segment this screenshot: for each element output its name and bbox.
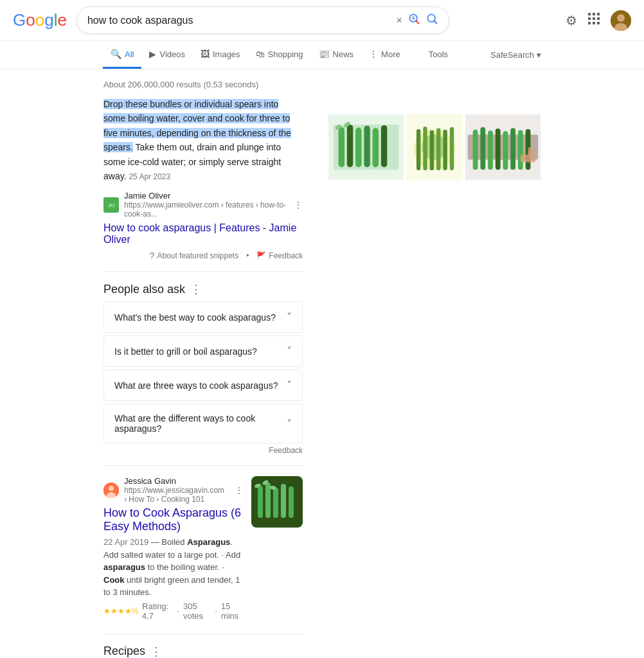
result-thumbnail — [251, 476, 303, 528]
paa-header: People also ask ⋮ — [103, 282, 303, 296]
lens-icon — [407, 12, 420, 25]
tab-shopping[interactable]: 🛍 Shopping — [248, 41, 311, 69]
result-desc-end: until bright green and tender, 1 to 3 mi… — [103, 575, 240, 598]
settings-button[interactable]: ⚙ — [566, 13, 577, 28]
featured-snippet: Drop these bundles or individual spears … — [103, 97, 303, 261]
source-more-button[interactable]: ⋮ — [294, 200, 303, 210]
svg-rect-76 — [436, 128, 440, 170]
paa-item-2[interactable]: Is it better to grill or boil asparagus?… — [103, 335, 303, 367]
about-snippets-label: About featured snippets — [157, 251, 238, 260]
featured-image-3[interactable] — [465, 105, 541, 189]
safe-search-label: SafeSearch — [490, 50, 534, 60]
paa-feedback[interactable]: Feedback — [103, 446, 303, 455]
avatar[interactable] — [611, 10, 631, 31]
svg-rect-12 — [588, 22, 591, 24]
paa-title: People also ask — [103, 283, 185, 296]
feedback-label: Feedback — [269, 251, 303, 260]
result-bold-3: Cook — [103, 575, 125, 585]
featured-image-2[interactable] — [406, 105, 463, 189]
svg-rect-77 — [443, 130, 447, 170]
feedback-separator: • — [246, 251, 249, 260]
svg-rect-13 — [593, 22, 595, 24]
svg-line-5 — [434, 21, 437, 24]
result-source: Jessica Gavin https://www.jessicagavin.c… — [103, 476, 244, 504]
tab-news[interactable]: 📰 News — [311, 41, 362, 69]
safe-search[interactable]: SafeSearch ▾ — [490, 50, 541, 60]
nav-tabs: 🔍 All ▶ Videos 🖼 Images 🛍 Shopping 📰 New… — [0, 41, 644, 69]
paa-item-4[interactable]: What are the different ways to cook aspa… — [103, 404, 303, 443]
news-icon: 📰 — [319, 49, 330, 59]
tab-all[interactable]: 🔍 All — [103, 41, 141, 69]
svg-line-2 — [416, 21, 418, 23]
result-separator: · — [177, 607, 179, 616]
paa-more-button[interactable]: ⋮ — [190, 282, 202, 296]
svg-rect-28 — [289, 486, 294, 518]
recipes-title: Recipes — [103, 645, 145, 658]
header-right: ⚙ — [566, 10, 631, 31]
recipes-header: Recipes ⋮ — [103, 645, 303, 658]
result-site-info: Jessica Gavin https://www.jessicagavin.c… — [124, 476, 224, 504]
svg-rect-86 — [510, 128, 515, 170]
paa-item-1[interactable]: What's the best way to cook asparagus? ˅ — [103, 301, 303, 333]
svg-rect-6 — [588, 13, 591, 15]
svg-rect-9 — [588, 17, 591, 20]
safe-search-caret-icon: ▾ — [537, 50, 541, 60]
about-snippets-link[interactable]: ? About featured snippets — [150, 251, 239, 261]
tab-images-label: Images — [213, 49, 240, 59]
tab-tools-label: Tools — [429, 49, 448, 59]
result-more-button[interactable]: ⋮ — [235, 485, 244, 495]
paa-item-3[interactable]: What are three ways to cook asparagus? ˅ — [103, 369, 303, 401]
svg-rect-78 — [450, 127, 454, 170]
right-images — [328, 105, 541, 189]
recipes-more-button[interactable]: ⋮ — [150, 645, 162, 658]
snippet-text: Drop these bundles or individual spears … — [103, 97, 303, 183]
featured-image-1[interactable] — [328, 105, 404, 189]
tab-images[interactable]: 🖼 Images — [193, 41, 248, 69]
result-avatar — [103, 483, 119, 498]
svg-rect-27 — [281, 484, 286, 518]
tab-videos[interactable]: ▶ Videos — [141, 41, 193, 69]
svg-point-16 — [617, 14, 625, 22]
feedback-link[interactable]: 🚩 Feedback — [256, 251, 303, 260]
featured-image-2-svg — [406, 105, 463, 189]
tab-tools[interactable]: Tools — [421, 42, 456, 69]
search-icon — [425, 12, 438, 25]
snippet-date: 25 Apr 2023 — [129, 172, 170, 181]
chevron-down-icon-4: ˅ — [287, 418, 292, 430]
result-bold-2: asparagus — [103, 562, 145, 572]
tab-more[interactable]: ⋮ More — [361, 41, 408, 69]
result-separator-2: · — [215, 607, 217, 616]
source-favicon: JO — [103, 197, 119, 213]
svg-rect-64 — [355, 128, 361, 168]
svg-rect-24 — [258, 486, 263, 518]
featured-image-1-svg — [328, 105, 404, 189]
svg-point-3 — [412, 17, 414, 19]
svg-rect-82 — [480, 127, 485, 170]
result-content: Jessica Gavin https://www.jessicagavin.c… — [103, 476, 244, 621]
result-title-link[interactable]: How to Cook Asparagus (6 Easy Methods) — [103, 506, 244, 533]
jessica-gavin-avatar-icon — [103, 483, 119, 498]
search-input[interactable] — [87, 15, 391, 26]
apps-grid-icon — [587, 12, 600, 25]
result-time: 15 mins — [221, 601, 244, 621]
svg-rect-7 — [593, 13, 595, 15]
chevron-down-icon-1: ˅ — [287, 311, 292, 323]
paa-section: People also ask ⋮ What's the best way to… — [103, 282, 303, 455]
lens-button[interactable] — [407, 12, 420, 28]
chevron-down-icon-2: ˅ — [287, 345, 292, 357]
result-votes: 305 votes — [183, 601, 211, 621]
apps-button[interactable] — [587, 12, 600, 28]
result-thumbnail-image — [251, 476, 303, 528]
tab-all-label: All — [125, 49, 134, 59]
paa-question-2: Is it better to grill or boil asparagus? — [114, 346, 257, 357]
svg-rect-90 — [528, 147, 533, 157]
search-submit-button[interactable] — [425, 12, 438, 28]
google-logo[interactable]: Google — [13, 10, 66, 30]
tab-videos-label: Videos — [159, 49, 185, 59]
clear-button[interactable]: × — [397, 15, 402, 26]
snippet-title-link[interactable]: How to cook asparagus | Features - Jamie… — [103, 222, 303, 245]
snippet-feedback: ? About featured snippets • 🚩 Feedback — [103, 251, 303, 261]
svg-rect-73 — [416, 129, 420, 170]
paa-question-4: What are the different ways to cook aspa… — [114, 413, 287, 434]
jamie-oliver-favicon-icon: JO — [107, 200, 116, 209]
